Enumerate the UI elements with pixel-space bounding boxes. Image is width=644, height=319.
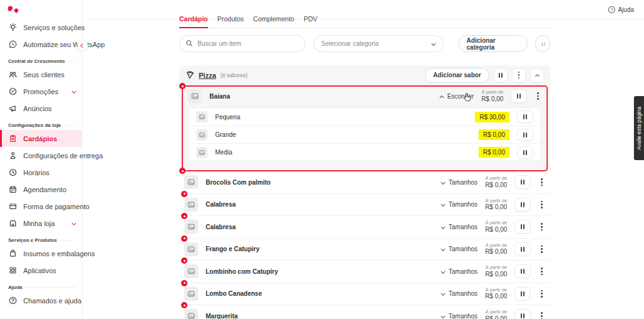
sidebar-item-agendamento[interactable]: Agendamento <box>0 181 82 198</box>
menu-item-row[interactable]: Frango e Catupiry Tamanhos À partir deR$… <box>179 239 550 261</box>
chevron-down-icon <box>72 89 76 94</box>
sizes-toggle[interactable]: Tamanhos <box>441 179 477 186</box>
sidebar: Serviços e soluções Automatize seu Whats… <box>0 0 82 319</box>
sidebar-item-configuracoes-de-entrega[interactable]: Configurações de entrega <box>0 147 82 164</box>
apps-grid-icon <box>8 266 18 275</box>
rate-this-page-tab[interactable]: Avalie esta página <box>634 96 644 160</box>
sidebar-item-cardapios[interactable]: Cardápios <box>0 130 82 147</box>
pause-item-button[interactable] <box>514 242 531 256</box>
menu-item-row[interactable]: Marguerita Tamanhos À partir deR$ 0,00 <box>179 305 550 319</box>
size-row-media[interactable]: Media R$ 0,00 <box>189 143 541 161</box>
photo-icon <box>187 201 195 208</box>
tab-produtos[interactable]: Produtos <box>218 15 244 28</box>
pause-item-button[interactable] <box>514 198 531 212</box>
sidebar-item-servicos-e-solucoes[interactable]: Serviços e soluções <box>0 19 82 36</box>
item-price: À partir de R$ 0,00 <box>481 90 503 102</box>
bag-icon <box>8 249 18 258</box>
size-price-field[interactable]: R$ 0,00 <box>479 129 509 140</box>
item-menu-button[interactable] <box>538 201 545 208</box>
sidebar-item-label: Insumos e embalagens <box>23 250 95 257</box>
chevron-down-icon <box>441 314 445 318</box>
card-icon <box>8 202 18 211</box>
sidebar-item-label: Aplicativos <box>23 267 57 274</box>
menu-item-row[interactable]: Calabresa Tamanhos À partir deR$ 0,00 <box>179 194 550 217</box>
pause-category-button[interactable] <box>494 68 508 82</box>
category-select-value: Selecionar categoria <box>321 40 379 47</box>
sidebar-item-minha-loja[interactable]: Minha loja <box>0 215 82 232</box>
brand-logo[interactable] <box>0 0 82 19</box>
sizes-toggle[interactable]: Tamanhos <box>441 201 477 208</box>
size-row-pequena[interactable]: Pequena R$ 30,00 <box>189 108 541 126</box>
tab-pdv[interactable]: PDV <box>304 15 318 28</box>
category-count: (8 sabores) <box>221 72 248 78</box>
pause-item-button[interactable] <box>514 264 531 278</box>
sidebar-item-forma-de-pagamento[interactable]: Forma de pagamento <box>0 198 82 215</box>
category-card-pizza: Pizza (8 sabores) Adicionar sabor <box>179 65 550 319</box>
search-icon <box>186 40 193 47</box>
sizes-toggle[interactable]: Tamanhos <box>441 268 477 275</box>
category-title[interactable]: Pizza <box>199 72 216 79</box>
category-select[interactable]: Selecionar categoria <box>313 35 443 52</box>
category-menu-button[interactable] <box>512 68 526 82</box>
menu-book-icon <box>8 134 18 143</box>
sidebar-item-aplicativos[interactable]: Aplicativos <box>0 262 82 279</box>
pause-item-button[interactable] <box>511 89 527 103</box>
menu-item-row-baiana[interactable]: Baiana Esconder À partir de R$ 0,00 <box>183 87 547 105</box>
sidebar-item-horarios[interactable]: Horários <box>0 164 82 181</box>
collapse-category-button[interactable] <box>530 68 544 82</box>
sidebar-section-ajuda: Ajuda <box>8 284 75 290</box>
sort-categories-button[interactable]: ↓↑ <box>535 35 550 52</box>
sidebar-item-chamados-e-ajuda[interactable]: Chamados e ajuda <box>0 292 82 309</box>
sizes-toggle[interactable]: Tamanhos <box>441 224 477 230</box>
search-input[interactable] <box>179 35 306 52</box>
menu-item-row[interactable]: Lombo Canadense Tamanhos À partir deR$ 0… <box>179 283 550 306</box>
pause-item-button[interactable] <box>514 175 531 189</box>
pause-icon <box>517 94 521 99</box>
item-menu-button[interactable] <box>538 268 545 275</box>
sidebar-item-automatize-whatsapp[interactable]: Automatize seu WhatsApp <box>0 36 82 53</box>
pause-size-button[interactable] <box>517 111 533 123</box>
sidebar-item-promocoes[interactable]: Promoções <box>0 83 82 100</box>
help-circle-icon <box>8 296 18 305</box>
photo-icon <box>187 312 195 319</box>
sidebar-collapse-button[interactable] <box>77 40 88 51</box>
alert-badge <box>181 213 187 219</box>
menu-item-row[interactable]: Lombinho com Catupiry Tamanhos À partir … <box>179 261 550 283</box>
add-flavor-button[interactable]: Adicionar sabor <box>425 68 489 83</box>
sidebar-item-seus-clientes[interactable]: Seus clientes <box>0 66 82 83</box>
whatsapp-icon <box>8 40 18 49</box>
item-photo-placeholder <box>184 264 198 278</box>
photo-icon <box>199 149 205 156</box>
pause-size-button[interactable] <box>517 146 533 159</box>
hide-item-toggle[interactable]: Esconder <box>440 93 474 100</box>
item-menu-button[interactable] <box>538 178 545 186</box>
item-menu-button[interactable] <box>538 312 545 319</box>
add-category-button[interactable]: Adicionar categoria <box>458 35 528 52</box>
size-price-field[interactable]: R$ 0,00 <box>479 147 509 158</box>
sidebar-item-anuncios[interactable]: Anúncios <box>0 100 82 117</box>
sizes-toggle[interactable]: Tamanhos <box>441 246 477 252</box>
item-menu-button[interactable] <box>538 223 545 230</box>
pause-item-button[interactable] <box>514 309 531 319</box>
item-menu-button[interactable] <box>538 246 545 253</box>
size-price-field[interactable]: R$ 30,00 <box>475 112 509 122</box>
tab-complemento[interactable]: Complemento <box>253 15 294 28</box>
chevron-down-icon <box>441 225 445 229</box>
store-icon <box>8 219 18 228</box>
tab-cardapio[interactable]: Cardápio <box>179 15 208 28</box>
sizes-toggle[interactable]: Tamanhos <box>441 313 477 319</box>
menu-item-row[interactable]: Brocolis Com palmito Tamanhos À partir d… <box>179 171 550 194</box>
size-row-grande[interactable]: Grande R$ 0,00 <box>189 126 541 143</box>
pause-size-button[interactable] <box>517 129 533 141</box>
sizes-toggle[interactable]: Tamanhos <box>441 290 477 297</box>
pause-item-button[interactable] <box>514 287 531 301</box>
sidebar-item-insumos-e-embalagens[interactable]: Insumos e embalagens <box>0 245 82 262</box>
pause-icon <box>521 313 525 318</box>
pause-item-button[interactable] <box>514 220 531 234</box>
chevron-down-icon <box>441 291 445 296</box>
sidebar-item-label: Cardápios <box>23 135 57 143</box>
help-link[interactable]: ? Ajuda <box>608 6 634 13</box>
item-menu-button[interactable] <box>535 92 541 100</box>
item-menu-button[interactable] <box>538 290 545 298</box>
menu-item-row[interactable]: Calabresa Tamanhos À partir deR$ 0,00 <box>179 216 550 239</box>
